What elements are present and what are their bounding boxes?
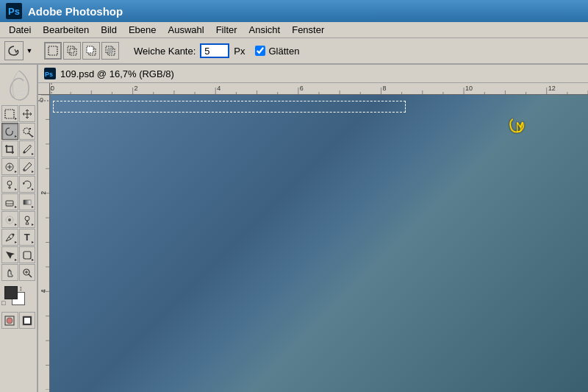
svg-text:Ps: Ps	[45, 71, 53, 78]
menu-bild[interactable]: Bild	[95, 23, 123, 37]
crop-icon	[4, 144, 15, 154]
dodge-tool[interactable]: ▸	[19, 211, 36, 228]
history-brush-tool[interactable]: ▸	[19, 176, 36, 193]
feather-input[interactable]	[200, 43, 229, 58]
menu-datei[interactable]: Datei	[3, 23, 37, 37]
healing-brush-tool[interactable]: ▸	[1, 158, 18, 175]
svg-rect-21	[24, 200, 31, 204]
eyedropper-tool[interactable]: ▸	[19, 140, 36, 157]
history-icon	[22, 179, 32, 190]
menu-ansicht[interactable]: Ansicht	[243, 23, 287, 37]
menu-filter[interactable]: Filter	[210, 23, 243, 37]
brush-tool[interactable]: ▸	[19, 158, 36, 175]
top-ruler	[50, 83, 588, 95]
lasso-tool-button[interactable]	[4, 41, 24, 60]
left-ruler-canvas	[38, 95, 50, 390]
canvas-viewport[interactable]	[50, 95, 588, 392]
hand-tool[interactable]	[1, 264, 18, 281]
crop-tool[interactable]	[1, 140, 18, 157]
type-icon: T	[24, 232, 30, 243]
zoom-tool[interactable]	[19, 264, 36, 281]
tool-row-6: ▸ ▸	[1, 193, 35, 210]
svg-line-28	[29, 274, 32, 277]
quick-selection-tool[interactable]: ▸	[19, 123, 36, 140]
smooth-label[interactable]: Glätten	[268, 46, 299, 57]
tool-row-5: ▸ ▸	[1, 176, 35, 193]
hand-icon	[4, 268, 15, 278]
left-ruler	[38, 95, 50, 392]
ruler-canvas-container	[38, 83, 588, 392]
main-area: ▸ ▸ ▸	[0, 65, 588, 392]
intersect-selection-btn[interactable]	[101, 42, 119, 60]
menu-bearbeiten[interactable]: Bearbeiten	[37, 23, 95, 37]
menu-ebene[interactable]: Ebene	[123, 23, 162, 37]
gradient-tool[interactable]: ▸	[19, 193, 36, 210]
lasso-tool-icon	[4, 126, 15, 137]
blur-tool[interactable]: ▸	[1, 211, 18, 228]
svg-rect-19	[6, 201, 13, 206]
subtract-selection-btn[interactable]	[82, 42, 100, 60]
menu-fenster[interactable]: Fenster	[286, 23, 330, 37]
smooth-checkbox[interactable]	[255, 46, 265, 56]
tool-selector-group: ▼	[4, 41, 34, 60]
move-tool[interactable]	[19, 105, 36, 122]
menu-auswahl[interactable]: Auswahl	[162, 23, 210, 37]
tools-panel: ▸ ▸ ▸	[0, 65, 38, 392]
svg-text:Ps: Ps	[8, 6, 20, 17]
tool-row-1: ▸	[1, 105, 35, 122]
quick-mask-btn[interactable]	[1, 312, 18, 329]
clone-stamp-tool[interactable]: ▸	[1, 176, 18, 193]
default-colors[interactable]: □	[1, 299, 5, 307]
lasso-tool[interactable]: ▸	[1, 123, 18, 140]
svg-rect-9	[108, 49, 112, 53]
gradient-icon	[22, 197, 32, 207]
pen-icon	[4, 232, 15, 243]
svg-rect-10	[5, 110, 14, 118]
eyedropper-icon	[22, 144, 32, 154]
shape-tool[interactable]: ▸	[19, 246, 36, 263]
feather-label: Weiche Kante:	[134, 46, 196, 57]
add-selection-btn[interactable]	[63, 42, 81, 60]
doc-tab: Ps 109.psd @ 16,7% (RGB/8)	[38, 65, 588, 83]
screen-mode-btn[interactable]	[19, 312, 36, 329]
ruler-corner	[38, 83, 50, 95]
svg-point-17	[23, 168, 25, 171]
svg-point-23	[8, 218, 11, 221]
svg-point-11	[24, 128, 29, 134]
svg-rect-2	[49, 46, 57, 55]
svg-rect-3	[70, 49, 76, 55]
main-row	[38, 95, 588, 392]
pen-tool[interactable]: ▸	[1, 229, 18, 246]
new-selection-btn[interactable]	[44, 42, 62, 60]
shape-icon	[22, 250, 32, 260]
foreground-color-box[interactable]	[4, 286, 18, 299]
tool-row-8: ▸ T ▸	[1, 229, 35, 246]
smooth-container: Glätten	[255, 46, 299, 57]
top-ruler-row	[38, 83, 588, 95]
type-tool[interactable]: T ▸	[19, 229, 36, 246]
dodge-icon	[22, 215, 32, 225]
tool-row-3: ▸	[1, 140, 35, 157]
color-boxes: ↕ □	[1, 285, 37, 310]
tool-row-7: ▸ ▸	[1, 211, 35, 228]
path-selection-tool[interactable]: ▸	[1, 246, 18, 263]
menu-bar: Datei Bearbeiten Bild Ebene Auswahl Filt…	[0, 22, 588, 38]
lasso-cursor-indicator	[506, 114, 531, 141]
move-icon	[22, 109, 32, 119]
rect-marquee-tool[interactable]: ▸	[1, 105, 18, 122]
intersect-selection-icon	[105, 46, 115, 56]
svg-rect-6	[87, 46, 93, 53]
rect-marquee-icon	[4, 109, 15, 119]
zoom-icon	[22, 268, 32, 278]
canvas-background[interactable]	[50, 95, 588, 392]
svg-point-32	[7, 318, 12, 324]
tool-dropdown-arrow[interactable]: ▼	[25, 41, 34, 60]
eraser-tool[interactable]: ▸	[1, 193, 18, 210]
canvas-area: Ps 109.psd @ 16,7% (RGB/8)	[38, 65, 588, 392]
title-bar: Ps Adobe Photoshop	[0, 0, 588, 22]
psd-icon: Ps	[44, 68, 56, 79]
swap-colors[interactable]: ↕	[19, 285, 23, 292]
feather-unit: Px	[234, 46, 245, 57]
svg-point-18	[7, 181, 12, 185]
svg-rect-26	[24, 252, 31, 259]
